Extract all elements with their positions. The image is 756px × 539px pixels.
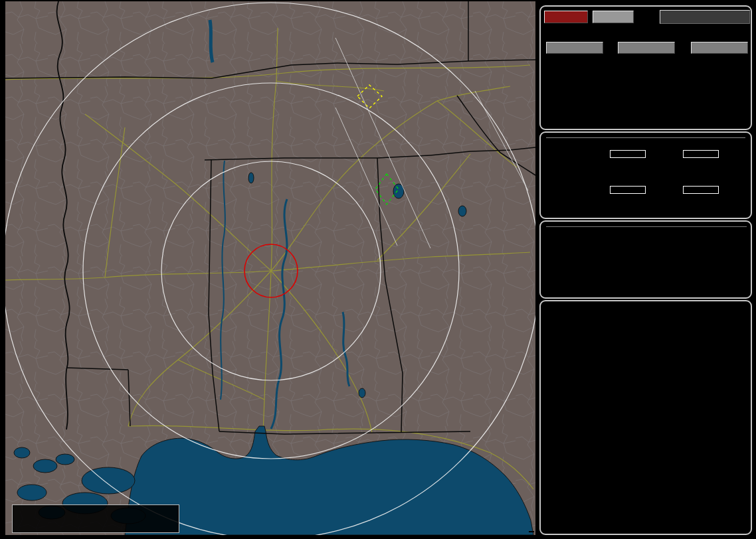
ic-pos-recent-icon: [102, 514, 115, 522]
cg-pos-recent-icon: [81, 514, 94, 522]
strikes-per-min-header[interactable]: [546, 42, 603, 54]
ic-plus-bar: [610, 186, 646, 194]
distribution-title: [546, 135, 745, 138]
datetime-display: [546, 224, 747, 227]
ic-neg-recent-icon: [63, 514, 76, 522]
ic-plus-bar-fill: [611, 187, 645, 193]
clock-panel: [539, 220, 752, 299]
cg-neg-old-icon: [42, 522, 55, 530]
ic-minus-bar: [683, 186, 719, 194]
cg-minus-bar-fill: [684, 151, 718, 157]
strike-mode-button[interactable]: [544, 11, 588, 23]
legend-header-row: [13, 505, 179, 514]
cg-plus-bar: [610, 150, 646, 158]
legend-recent-row: [13, 514, 179, 522]
ic-neg-old-icon: [63, 522, 76, 530]
copyright-text: [529, 531, 534, 532]
cg-neg-recent-icon: [42, 514, 55, 522]
distribution-panel: [539, 131, 752, 219]
cg-minus-bar: [683, 150, 719, 158]
cg-plus-bar-fill: [611, 151, 645, 157]
ic-pos-old-icon: [102, 522, 115, 530]
radar-map[interactable]: [5, 1, 535, 535]
legend-old-row: [13, 522, 179, 531]
map-canvas: [5, 1, 535, 535]
cg-pos-old-icon: [81, 522, 94, 530]
status-panel: [539, 5, 752, 130]
ic-minus-bar-fill: [684, 187, 718, 193]
bearing-readout: [660, 10, 750, 24]
close-per-min-header[interactable]: [618, 42, 675, 54]
noises-per-min-header[interactable]: [691, 42, 748, 54]
map-legend: [12, 504, 179, 533]
noise-mode-button[interactable]: [593, 11, 634, 23]
trend-graph[interactable]: [541, 350, 748, 531]
trend-panel: [539, 300, 752, 535]
